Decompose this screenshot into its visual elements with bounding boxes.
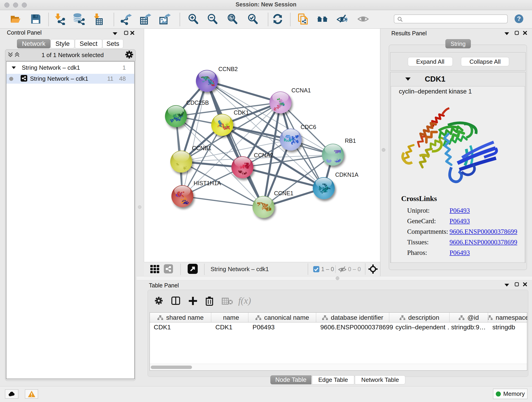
svg-text:CDKN1A: CDKN1A [335, 172, 359, 178]
svg-text:CCNB1: CCNB1 [192, 145, 211, 151]
svg-text:RB1: RB1 [345, 138, 356, 144]
svg-text:CDK1: CDK1 [234, 109, 249, 116]
svg-text:CDC6: CDC6 [301, 124, 316, 130]
svg-text:CCNE1: CCNE1 [274, 190, 293, 196]
svg-text:CCNA2: CCNA2 [254, 152, 273, 158]
svg-text:CCNA1: CCNA1 [291, 87, 311, 94]
svg-text:HIST1H1A: HIST1H1A [194, 180, 221, 186]
svg-text:CDC25B: CDC25B [186, 99, 209, 106]
svg-text:CCNB2: CCNB2 [218, 66, 238, 72]
